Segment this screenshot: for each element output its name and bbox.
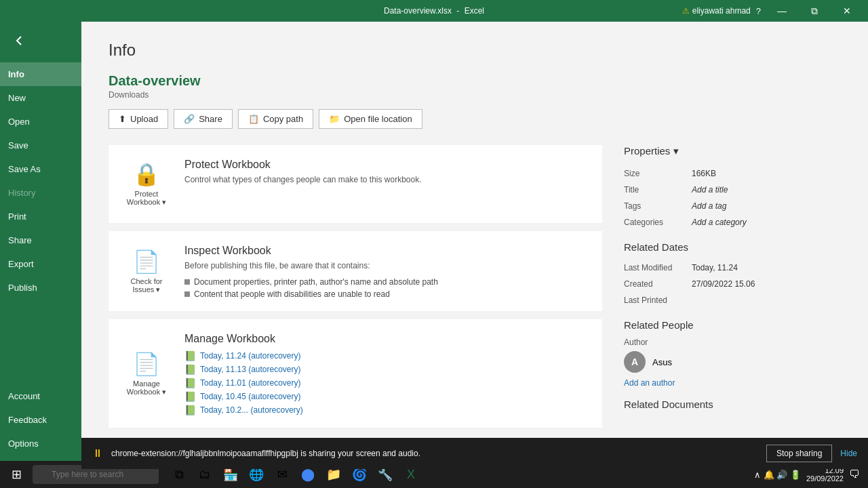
hide-notification-button[interactable]: Hide — [840, 449, 857, 458]
protect-workbook-button[interactable]: 🔒 ProtectWorkbook ▾ — [119, 156, 174, 212]
recovery-file-1[interactable]: 📗Today, 11.24 (autorecovery) — [184, 349, 591, 363]
add-author-link[interactable]: Add an author — [624, 378, 841, 388]
date-label-modified: Last Modified — [624, 260, 692, 276]
notification-text: chrome-extension://fglhaljbbnlmoipoaamaf… — [111, 449, 758, 458]
open-location-icon: 📁 — [329, 114, 340, 124]
properties-panel: Properties ▾ Size 166KB Title Add a titl… — [624, 145, 841, 461]
date-value-created: 27/09/2022 15.06 — [692, 276, 841, 292]
check-issues-button[interactable]: 📄 Check forIssues ▾ — [119, 242, 174, 300]
share-icon: 🔗 — [184, 114, 195, 124]
author-label: Author — [624, 338, 841, 347]
date-label-created: Created — [624, 276, 692, 292]
warning-icon: ⚠ — [682, 6, 690, 16]
file-actions: ⬆ Upload 🔗 Share 📋 Copy path 📁 Open file… — [108, 109, 841, 129]
sidebar-item-feedback[interactable]: Feedback — [0, 408, 81, 432]
sections-properties: 🔒 ProtectWorkbook ▾ Protect Workbook Con… — [108, 145, 841, 461]
protect-workbook-content: Protect Workbook Control what types of c… — [184, 156, 591, 212]
recovery-file-4[interactable]: 📗Today, 10.45 (autorecovery) — [184, 390, 591, 403]
restore-button[interactable]: ⧉ — [799, 0, 830, 22]
list-item: Document properties, printer path, autho… — [184, 276, 591, 288]
notification-bar: ⏸ chrome-extension://fglhaljbbnlmoipoaam… — [81, 438, 868, 469]
date-value-modified: Today, 11.24 — [692, 260, 841, 276]
sidebar-item-print[interactable]: Print — [0, 205, 81, 228]
sections-list: 🔒 ProtectWorkbook ▾ Protect Workbook Con… — [108, 145, 602, 461]
inspect-list: Document properties, printer path, autho… — [184, 276, 591, 300]
minimize-button[interactable]: — — [766, 0, 797, 22]
sidebar-item-options[interactable]: Options — [0, 432, 81, 455]
protect-workbook-section: 🔒 ProtectWorkbook ▾ Protect Workbook Con… — [108, 145, 602, 223]
manage-workbook-button[interactable]: 📄 ManageWorkbook ▾ — [119, 330, 174, 417]
related-docs-title: Related Documents — [624, 399, 841, 410]
filename-label: Data-overview.xlsx — [384, 6, 452, 16]
notification-center-icon[interactable]: 🗨 — [849, 468, 860, 481]
manage-workbook-section: 📄 ManageWorkbook ▾ Manage Workbook 📗Toda… — [108, 319, 602, 428]
properties-title: Properties ▾ — [624, 145, 841, 157]
sidebar-bottom: Account Feedback Options — [0, 384, 81, 461]
user-info: ⚠ eliyawati ahmad — [682, 6, 751, 16]
sidebar-item-account[interactable]: Account — [0, 384, 81, 408]
xlsx-icon: 📗 — [184, 391, 196, 402]
xlsx-icon: 📗 — [184, 364, 196, 375]
sidebar-item-save[interactable]: Save — [0, 134, 81, 157]
notification-icon: ⏸ — [92, 447, 103, 460]
recovery-file-2[interactable]: 📗Today, 11.13 (autorecovery) — [184, 363, 591, 376]
properties-table: Size 166KB Title Add a title Tags Add a … — [624, 165, 841, 230]
sidebar-item-info[interactable]: Info — [0, 62, 81, 86]
start-button[interactable]: ⊞ — [3, 461, 30, 488]
sidebar-item-new[interactable]: New — [0, 86, 81, 110]
recovery-list: 📗Today, 11.24 (autorecovery) 📗Today, 11.… — [184, 349, 591, 417]
username-label: eliyawati ahmad — [692, 6, 751, 16]
xlsx-icon: 📗 — [184, 378, 196, 388]
content-area: Info Data-overview Downloads ⬆ Upload 🔗 … — [81, 22, 868, 461]
date-row-printed: Last Printed — [624, 292, 841, 308]
sidebar-nav: Info New Open Save Save As History Print… — [0, 60, 81, 461]
inspect-desc: Before publishing this file, be aware th… — [184, 261, 591, 270]
sidebar-item-open[interactable]: Open — [0, 110, 81, 134]
back-button[interactable] — [3, 24, 35, 57]
share-button[interactable]: 🔗 Share — [174, 109, 233, 129]
protect-workbook-icon: 🔒 — [133, 161, 160, 187]
author-name: Asus — [652, 357, 672, 367]
prop-value-title[interactable]: Add a title — [692, 182, 841, 198]
xlsx-icon: 📗 — [184, 350, 196, 361]
related-dates-table: Last Modified Today, 11.24 Created 27/09… — [624, 260, 841, 308]
manage-workbook-content: Manage Workbook 📗Today, 11.24 (autorecov… — [184, 330, 591, 417]
taskbar-icons: ∧ 🔔 🔊 🔋 — [754, 470, 801, 480]
inspect-heading: Inspect Workbook — [184, 245, 591, 257]
close-button[interactable]: ✕ — [831, 0, 863, 22]
inspect-workbook-content: Inspect Workbook Before publishing this … — [184, 242, 591, 300]
bullet-icon — [184, 279, 190, 285]
date-row-created: Created 27/09/2022 15.06 — [624, 276, 841, 292]
sidebar-item-export[interactable]: Export — [0, 252, 81, 276]
related-dates-title: Related Dates — [624, 241, 841, 253]
recovery-file-5[interactable]: 📗Today, 10.2... (autorecovery) — [184, 403, 591, 417]
manage-workbook-icon: 📄 — [133, 351, 160, 377]
open-file-location-button[interactable]: 📁 Open file location — [319, 109, 422, 129]
prop-value-tags[interactable]: Add a tag — [692, 198, 841, 214]
xlsx-icon: 📗 — [184, 405, 196, 415]
stop-sharing-button[interactable]: Stop sharing — [766, 445, 832, 462]
date-row-modified: Last Modified Today, 11.24 — [624, 260, 841, 276]
help-icon[interactable]: ? — [756, 6, 761, 16]
sidebar: Info New Open Save Save As History Print… — [0, 22, 81, 461]
copy-path-button[interactable]: 📋 Copy path — [238, 109, 313, 129]
author-row: A Asus — [624, 351, 841, 373]
sidebar-item-share[interactable]: Share — [0, 228, 81, 252]
copy-path-icon: 📋 — [248, 114, 259, 124]
sidebar-item-history: History — [0, 181, 81, 205]
app-label: Excel — [465, 6, 484, 16]
upload-icon: ⬆ — [119, 114, 126, 124]
upload-button[interactable]: ⬆ Upload — [108, 109, 168, 129]
title-bar-filename: Data-overview.xlsx - Excel — [384, 6, 484, 16]
file-title: Data-overview — [108, 73, 841, 89]
title-bar: Data-overview.xlsx - Excel ⚠ eliyawati a… — [0, 0, 868, 22]
recovery-file-3[interactable]: 📗Today, 11.01 (autorecovery) — [184, 376, 591, 390]
sidebar-item-save-as[interactable]: Save As — [0, 157, 81, 181]
list-item: Content that people with disabilities ar… — [184, 288, 591, 300]
sidebar-item-publish[interactable]: Publish — [0, 276, 81, 300]
prop-value-categories[interactable]: Add a category — [692, 214, 841, 230]
bullet-icon — [184, 291, 190, 297]
manage-heading: Manage Workbook — [184, 333, 591, 345]
check-issues-icon: 📄 — [133, 249, 160, 274]
prop-label-tags: Tags — [624, 198, 692, 214]
